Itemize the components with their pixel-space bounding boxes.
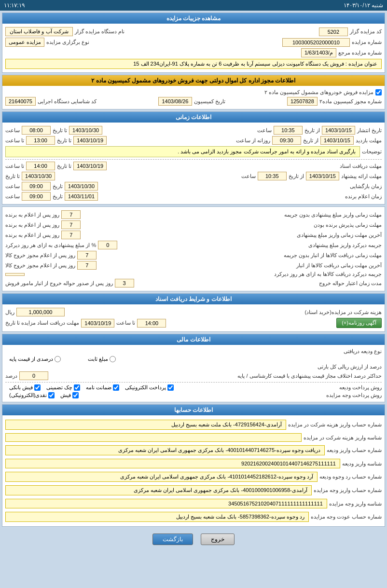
label-visit: مهلت بازدید xyxy=(356,137,382,144)
acc-val-4: آرد وجوه سپرده-4101014452182612- بانک مر… xyxy=(5,472,318,482)
time-row-publish: تاریخ انتشار 1403/10/15 از تاریخ 10:35 س… xyxy=(5,126,382,135)
time-row-proposal: مهلت ارائه پیشنهاد 1403/10/15 از تاریخ 1… xyxy=(5,172,382,180)
top-bar-right: شنبه ۱۴۰۳/۱۰/۱۲ xyxy=(344,2,383,9)
auction-row-2: شماره مزایده 1003005202000010 نوع برگزار… xyxy=(5,38,382,47)
financial-section: اطلاعات مالی نوع ودیعه دریافتی مبلغ ثابت… xyxy=(2,334,385,402)
val-open-time: 09:00 xyxy=(22,182,51,191)
value-auction-num: 1003005202000010 xyxy=(282,38,350,47)
auction-payment-row: روش پرداخت وجه مزایده فیش نقدی(الکترونیک… xyxy=(5,392,382,398)
cond-unit-4: روز پس از اعلام مجوز خروج کالا xyxy=(5,252,75,259)
label-open-date: تاریخ xyxy=(53,183,63,190)
label-doc-deadline-lbl: مهلت دریافت اسناد مزایده تا تاریخ xyxy=(5,320,79,326)
acc-val-6: 34505167521020407111111111111111 xyxy=(5,499,327,508)
radio-fixed-input[interactable] xyxy=(110,356,116,362)
conditions-section: مهلت زمانی واریز مبلغ پیشنهادی بدون جریم… xyxy=(2,206,385,291)
val-doc-deadline-time: 14:00 xyxy=(26,162,55,170)
document-section: اطلاعات و شرايط دريافت اسناد هزینه شرکت … xyxy=(2,293,385,332)
acc-label-7: شماره حساب عودت وجه مزایده xyxy=(311,514,382,520)
label-payment-method-4: فیش بانکی xyxy=(9,384,33,391)
cond-val-7: 3 xyxy=(115,279,134,287)
acc-label-6: شناسه واریز وجه مزایده xyxy=(329,501,382,507)
checkbox-payment-3[interactable] xyxy=(74,384,80,391)
label-percent-detail: درصد از ارزش ریالی کل بارتی xyxy=(318,364,382,370)
cond-val-6 xyxy=(5,273,25,276)
document-header: اطلاعات و شرايط دريافت اسناد xyxy=(2,294,385,304)
label-winner-date: تاریخ xyxy=(53,193,63,200)
cond-row-3: جریمه دیرکرد واریز مبلغ پیشنهادی 0 % از … xyxy=(5,241,382,249)
top-bar-left: ۱۱:۱۷:۱۹ xyxy=(4,2,25,9)
news-button[interactable]: آگهی روزنامه(+) xyxy=(336,318,382,328)
auction-payment-1: فیش xyxy=(60,392,79,398)
checkbox-payment-1[interactable] xyxy=(167,384,174,391)
account-row-2: شماره حساب واریز ودیعه دریافت وجوه سپرده… xyxy=(5,444,382,456)
label-publish: تاریخ انتشار xyxy=(357,127,382,134)
register-button[interactable]: بازگشت xyxy=(152,533,193,545)
val-proposal-from-date: 1403/10/15 xyxy=(306,172,339,180)
val-publish-time: 10:35 xyxy=(274,126,303,135)
radio-percent-input[interactable] xyxy=(55,356,61,362)
cond-label-1: مهلت زمانی پذیرش برنده بودن xyxy=(314,222,382,228)
label-open-time: ساعت xyxy=(5,183,20,190)
value-auction-code: 5202 xyxy=(319,27,348,36)
auction-title-text: عنوان مزایده : فروش یک دستگاه کامیونت دی… xyxy=(133,61,377,67)
top-bar: شنبه ۱۴۰۳/۱۰/۱۲ ۱۱:۱۷:۱۹ xyxy=(0,0,387,11)
checkbox-payment-4[interactable] xyxy=(34,384,41,391)
acc-val-2: دریافت وجوه سپرده-4001014407146275- بانک… xyxy=(5,445,325,455)
auction-row-1: کد مزایده گزار 5202 نام دستگاه مزایده گز… xyxy=(5,27,382,36)
label-auction-ref: شماره مزایده مرجع xyxy=(338,50,382,56)
commission-header: اطلاعات مجوز اداره کل اموال دولتی جهت فر… xyxy=(2,75,385,86)
radio-percent-amount: درصدی از قیمت پایه xyxy=(9,356,61,362)
label-proposal-to: تا تاریخ xyxy=(5,173,20,179)
cond-val-3: 0 xyxy=(98,241,117,249)
auction-row-3: شماره مزایده مرجع م/1/63/1403 xyxy=(5,48,382,57)
deposit-options-row: مبلغ ثابت درصدی از قیمت پایه xyxy=(5,356,382,362)
deposit-type-row: نوع ودیعه دریافتی xyxy=(5,348,382,355)
label-doc-deadline: مهلت دریافت اسناد xyxy=(340,163,382,169)
cond-label-4: مهلت زمانی دریافت کالاها از انبار بدون ج… xyxy=(284,252,382,259)
acc-val-5: آرامدی-4001000901006958- بانک مرکزی جمهو… xyxy=(5,485,312,495)
cond-row-5: آخرین مهلت زمانی دریافت کالاها از انبار … xyxy=(5,261,382,270)
time-row-doc-deadline: مهلت دریافت اسناد 1403/10/19 تا تاریخ 14… xyxy=(5,162,382,170)
val-proposal-time: 10:35 xyxy=(258,172,287,180)
time-desc-row: توضیحات بارگیری اسناد مزایده و ارائه به … xyxy=(5,146,382,157)
account-row-4: شماره حساب رد وجوه ودیعه آرد وجوه سپرده-… xyxy=(5,471,382,483)
label-proposal: مهلت ارائه پیشنهاد xyxy=(341,173,382,179)
val-doc-time: 14:00 xyxy=(137,319,166,328)
label-winner: زمان اعلام برنده xyxy=(345,193,382,200)
max-diff-row: حداکثر درصد اختلاف مجاز قیمت پیشنهادی با… xyxy=(5,371,382,380)
time-content: تاریخ انتشار 1403/10/15 از تاریخ 10:35 س… xyxy=(2,123,385,204)
label-payment-method-1: پرداخت الکترونیکی xyxy=(125,384,166,391)
label-auction-org: نام دستگاه مزایده گزار xyxy=(75,28,124,35)
cond-val-0: 7 xyxy=(61,210,81,219)
label-desc: توضیحات xyxy=(362,149,382,155)
label-auction-payment-1: فیش xyxy=(60,392,71,398)
acc-val-0: آرامدی-4729156424- بانک ملت شعبه بسیج ار… xyxy=(5,420,286,430)
label-winner-time: ساعت xyxy=(5,193,20,200)
cond-unit-0: روز پس از اعلام به برنده xyxy=(5,212,59,218)
radio-fixed-label: مبلغ ثابت xyxy=(88,356,108,362)
checkbox-payment-2[interactable] xyxy=(113,384,119,391)
payment-method-4: فیش بانکی xyxy=(9,384,41,391)
commission-content: مزایده فروش خودروهای مشمول کمیسیون ماده … xyxy=(2,86,385,109)
desc-text: بارگیری اسناد مزایده و ارائه به امور جرأ… xyxy=(5,146,360,157)
value-auction-org: شرکت آب و فاضلاب استان xyxy=(5,27,73,36)
cond-val-2: 7 xyxy=(61,231,81,239)
commission-row-1: شماره مجوز کمیسیون ماده۲ 12507828 تاریخ … xyxy=(5,97,382,106)
auction-details-content: کد مزایده گزار 5202 نام دستگاه مزایده گز… xyxy=(2,24,385,72)
doc-cost-row: هزینه شرکت در مزایده(خرید اسناد) 1,000,0… xyxy=(5,308,382,316)
commission-checkbox[interactable] xyxy=(375,89,382,96)
label-doc-deadline-to: تا تاریخ xyxy=(57,163,71,169)
back-button[interactable]: خروج xyxy=(201,533,235,545)
val-publish-to-date: 1403/10/30 xyxy=(69,126,102,135)
checkbox-auction-2[interactable] xyxy=(48,392,55,398)
checkbox-auction-1[interactable] xyxy=(72,392,79,398)
value-commission-date: 1403/08/26 xyxy=(158,97,192,106)
val-proposal-to-date: 1403/10/30 xyxy=(22,172,55,180)
auction-details-section: مشاهده جزييات مزايده کد مزایده گزار 5202… xyxy=(2,13,385,73)
cond-unit-3: % از مبلغ پیشنهادی به ازای هر روز دیرکرد xyxy=(5,242,96,248)
label-doc-cost: هزینه شرکت در مزایده(خرید اسناد) xyxy=(304,309,382,315)
val-open-date: 1403/10/30 xyxy=(65,182,98,191)
account-row-0: شماره حساب واریز هزینه شرکت در مزایده آر… xyxy=(5,419,382,431)
label-commission-date: تاریخ کمیسیون xyxy=(194,98,225,105)
time-header: اطلاعات زمانی xyxy=(2,112,385,123)
